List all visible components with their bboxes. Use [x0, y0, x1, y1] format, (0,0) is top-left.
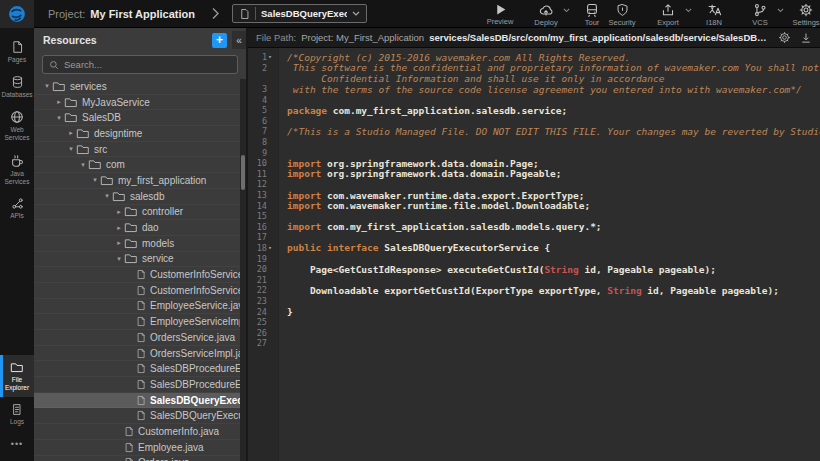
- editor-settings-button[interactable]: [778, 31, 791, 44]
- tree-file[interactable]: EmployeeServiceImpl.java: [34, 314, 246, 330]
- code-token: String: [544, 264, 578, 275]
- tree-file[interactable]: SalesDBProcedureExecutorService.java: [34, 361, 246, 377]
- security-button[interactable]: Security: [607, 0, 637, 27]
- folder-icon: [100, 174, 114, 187]
- i18n-label: I18N: [706, 18, 722, 27]
- line-number: 22: [248, 285, 278, 295]
- tree-file[interactable]: EmployeeService.java: [34, 299, 246, 315]
- tree-file[interactable]: Employee.java: [34, 440, 246, 456]
- deploy-button[interactable]: Deploy: [531, 0, 561, 27]
- tree-folder[interactable]: ▾src: [34, 142, 246, 158]
- line-number-value: 14: [257, 201, 267, 211]
- tree-folder[interactable]: ▾service: [34, 252, 246, 268]
- line-number: 27: [248, 338, 278, 348]
- rail-item-logs[interactable]: Logs: [0, 397, 34, 431]
- rail-item-label: Logs: [10, 418, 24, 426]
- tree-scrollbar-thumb[interactable]: [241, 155, 245, 189]
- code-line-text: This software is the confidential and pr…: [278, 62, 820, 73]
- collapse-node-icon[interactable]: ▾: [114, 255, 124, 263]
- tree-folder[interactable]: ▾SalesDB: [34, 110, 246, 126]
- tree-folder[interactable]: ▸MyJavaService: [34, 95, 246, 111]
- expand-node-icon[interactable]: ▸: [114, 224, 124, 232]
- collapse-panel-button[interactable]: «: [232, 31, 246, 49]
- collapse-node-icon[interactable]: ▾: [78, 161, 88, 169]
- tree-file[interactable]: CustomerInfoServiceImpl.java: [34, 283, 246, 299]
- rail-item-web-services[interactable]: Web Services: [0, 104, 34, 147]
- tree-file[interactable]: OrdersServiceImpl.java: [34, 346, 246, 362]
- tree-folder[interactable]: ▸designtime: [34, 126, 246, 142]
- vcs-label: VCS: [752, 18, 767, 27]
- folder-icon: [112, 190, 126, 203]
- tree-item-name: src: [94, 144, 107, 155]
- line-number: 1▾: [248, 52, 278, 62]
- settings-button[interactable]: Settings: [791, 0, 820, 27]
- line-number: 7: [248, 126, 278, 136]
- tree-file[interactable]: OrdersService.java: [34, 330, 246, 346]
- vcs-button[interactable]: VCS: [745, 0, 775, 27]
- collapse-node-icon[interactable]: ▾: [102, 192, 112, 200]
- tree-file[interactable]: CustomerInfoService.java: [34, 267, 246, 283]
- wavemaker-logo[interactable]: [0, 0, 34, 28]
- fold-toggle-icon[interactable]: ▾: [268, 53, 275, 61]
- code-line: 23: [248, 296, 820, 307]
- tree-file[interactable]: SalesDBProcedureExecutorServiceImpl.java: [34, 377, 246, 393]
- expand-node-icon[interactable]: ▸: [54, 98, 64, 106]
- tree-file[interactable]: SalesDBQueryExecutorServiceImpl.java: [34, 408, 246, 424]
- rail-item-label: Web Services: [4, 126, 30, 142]
- shield-icon: [616, 3, 629, 17]
- tree-file[interactable]: Orders.java: [34, 456, 246, 461]
- tree-folder[interactable]: ▸dao: [34, 220, 246, 236]
- tree-folder[interactable]: ▾services: [34, 79, 246, 95]
- collapse-node-icon[interactable]: ▾: [66, 145, 76, 153]
- rail-item-java-services[interactable]: Java Services: [0, 148, 34, 191]
- tree-folder[interactable]: ▸controller: [34, 205, 246, 221]
- play-icon: [494, 3, 507, 16]
- wavemaker-logo-icon: [7, 4, 27, 24]
- expand-node-icon[interactable]: ▸: [66, 129, 76, 137]
- export-label: Export: [657, 18, 679, 27]
- code-token: Page<GetCustIdResponse> executeGetCustId…: [287, 264, 544, 275]
- chevron-down-icon: [563, 8, 570, 13]
- line-number: 2: [248, 63, 278, 73]
- code-token: org.springframework.data.domain.Page;: [321, 158, 538, 169]
- expand-node-icon[interactable]: ▸: [114, 239, 124, 247]
- expand-node-icon[interactable]: ▸: [114, 208, 124, 216]
- tree-item-name: EmployeeServiceImpl.java: [150, 316, 246, 327]
- file-icon: [136, 395, 146, 406]
- i18n-icon: [707, 3, 722, 17]
- open-file-dropdown[interactable]: SalesDBQueryExecu...: [232, 4, 367, 23]
- tree-item-name: models: [142, 238, 174, 249]
- i18n-button[interactable]: I18N: [699, 0, 729, 27]
- settings-label: Settings: [792, 18, 819, 27]
- code-area[interactable]: 1▾/*Copyright (c) 2015-2016 wavemaker.co…: [248, 48, 820, 461]
- tree-folder[interactable]: ▾salesdb: [34, 189, 246, 205]
- export-button[interactable]: Export: [653, 0, 683, 27]
- tree-folder[interactable]: ▾my_first_application: [34, 173, 246, 189]
- search-input[interactable]: [64, 59, 231, 70]
- collapse-node-icon[interactable]: ▾: [42, 82, 52, 90]
- tree-item-name: EmployeeService.java: [150, 300, 246, 311]
- rail-item-pages[interactable]: Pages: [0, 34, 34, 69]
- code-line: 25: [248, 317, 820, 328]
- tree-folder[interactable]: ▸models: [34, 236, 246, 252]
- collapse-node-icon[interactable]: ▾: [90, 176, 100, 184]
- tree-file[interactable]: SalesDBQueryExecutorService.java: [34, 393, 246, 409]
- code-line: Confidential Information and shall use i…: [248, 73, 820, 84]
- download-file-button[interactable]: [800, 32, 812, 44]
- rail-item-apis[interactable]: APIs: [0, 191, 34, 225]
- line-number: 20: [248, 264, 278, 274]
- file-icon: [124, 457, 134, 461]
- tour-button[interactable]: Tour: [577, 0, 607, 27]
- tree-folder[interactable]: ▾com: [34, 157, 246, 173]
- more-options-button[interactable]: •••: [0, 431, 34, 457]
- fold-toggle-icon[interactable]: ▾: [268, 244, 275, 252]
- preview-button[interactable]: Preview: [485, 0, 515, 26]
- collapse-node-icon[interactable]: ▾: [54, 114, 64, 122]
- add-resource-button[interactable]: +: [212, 33, 227, 48]
- tree-file[interactable]: CustomerInfo.java: [34, 424, 246, 440]
- rail-item-file-explorer[interactable]: File Explorer: [0, 355, 34, 397]
- tree-scrollbar[interactable]: [240, 79, 246, 461]
- line-number-value: 18: [257, 243, 267, 253]
- code-line: 8: [248, 137, 820, 148]
- rail-item-databases[interactable]: Databases: [0, 69, 34, 104]
